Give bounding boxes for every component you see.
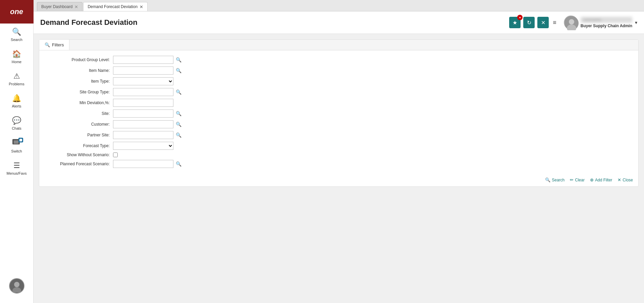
search-btn-item-name[interactable]: 🔍 — [175, 67, 182, 74]
user-dropdown-button[interactable]: ▾ — [635, 20, 637, 25]
close-button[interactable]: ✕ — [537, 17, 549, 28]
filter-row-forecast-type: Forecast Type: — [46, 142, 632, 150]
refresh-button[interactable]: ↻ — [523, 17, 535, 28]
input-site-group-type[interactable] — [113, 88, 173, 96]
menu-icon: ☰ — [13, 161, 20, 170]
page-header: Demand Forecast Deviation ★ ✦ ↻ ✕ ≡ — [34, 11, 644, 34]
chat-icon: 💬 — [12, 116, 21, 125]
search-btn-partner-site[interactable]: 🔍 — [175, 131, 182, 139]
tab-label-buyer-dashboard: Buyer Dashboard — [41, 4, 72, 9]
username-blurred: username — [581, 17, 632, 23]
home-icon: 🏠 — [12, 50, 21, 58]
clear-link-icon: ✏ — [570, 177, 574, 182]
label-item-name: Item Name: — [46, 68, 113, 73]
logo-text: one — [10, 7, 23, 16]
search-btn-planned-forecast-scenario[interactable]: 🔍 — [175, 160, 182, 168]
filter-row-product-group-level: Product Group Level: 🔍 — [46, 56, 632, 64]
sidebar-item-label-problems: Problems — [9, 82, 24, 86]
label-partner-site: Partner Site: — [46, 133, 113, 137]
select-item-type[interactable] — [113, 77, 173, 85]
user-role: Buyer Supply Chain Admin — [581, 24, 632, 28]
user-details: username Buyer Supply Chain Admin — [581, 17, 632, 28]
search-btn-site[interactable]: 🔍 — [175, 110, 182, 117]
tab-buyer-dashboard[interactable]: Buyer Dashboard ✕ — [37, 2, 83, 11]
sidebar-item-home[interactable]: 🏠 Home — [0, 46, 33, 68]
tab-bar: Buyer Dashboard ✕ Demand Forecast Deviat… — [34, 0, 644, 11]
search-btn-customer[interactable]: 🔍 — [175, 121, 182, 128]
page-title: Demand Forecast Deviation — [40, 18, 509, 27]
label-planned-forecast-scenario: Planned Forecast Scenario: — [46, 162, 113, 166]
sidebar-item-avatar[interactable] — [0, 274, 33, 298]
input-site[interactable] — [113, 110, 173, 118]
label-item-type: Item Type: — [46, 79, 113, 84]
search-icon: 🔍 — [12, 28, 21, 36]
input-planned-forecast-scenario[interactable] — [113, 160, 173, 168]
notification-star-icon: ✦ — [519, 16, 521, 19]
close-link[interactable]: ✕ Close — [618, 177, 633, 182]
clear-link[interactable]: ✏ Clear — [570, 177, 585, 182]
input-partner-site[interactable] — [113, 131, 173, 139]
tab-demand-forecast[interactable]: Demand Forecast Deviation ✕ — [83, 2, 148, 11]
close-link-label: Close — [623, 178, 633, 182]
input-item-name[interactable] — [113, 67, 173, 75]
sidebar-item-switch[interactable]: Switch — [0, 134, 33, 157]
sidebar-item-chats[interactable]: 💬 Chats — [0, 112, 33, 134]
filter-row-show-without-scenario: Show Without Scenario: — [46, 153, 632, 157]
sidebar-item-search[interactable]: 🔍 Search — [0, 24, 33, 46]
select-forecast-type[interactable] — [113, 142, 173, 150]
switch-badge — [18, 138, 23, 142]
user-avatar — [564, 15, 578, 30]
sidebar-item-label-switch: Switch — [11, 149, 22, 153]
sidebar-item-label-alerts: Alerts — [12, 104, 21, 108]
switch-icon — [12, 138, 21, 148]
search-btn-site-group-type[interactable]: 🔍 — [175, 88, 182, 96]
label-site-group-type: Site Group Type: — [46, 90, 113, 94]
sidebar-item-label-search: Search — [11, 38, 22, 42]
page-content: 🔍 Filters Product Group Level: 🔍 Item Na… — [34, 34, 644, 303]
sidebar-item-alerts[interactable]: 🔔 Alerts — [0, 90, 33, 112]
input-customer[interactable] — [113, 120, 173, 128]
close-link-icon: ✕ — [618, 177, 621, 182]
add-filter-link[interactable]: ⊕ Add Filter — [590, 177, 612, 182]
filter-row-site-group-type: Site Group Type: 🔍 — [46, 88, 632, 96]
checkbox-show-without-scenario[interactable] — [113, 153, 118, 157]
search-btn-product-group-level[interactable]: 🔍 — [175, 56, 182, 63]
label-forecast-type: Forecast Type: — [46, 143, 113, 148]
svg-rect-1 — [14, 140, 18, 144]
filters-tab-bar: 🔍 Filters — [39, 40, 638, 50]
label-min-deviation: Min Deviation,%: — [46, 100, 113, 105]
tab-close-buyer-dashboard[interactable]: ✕ — [74, 5, 78, 9]
main-content: Buyer Dashboard ✕ Demand Forecast Deviat… — [34, 0, 644, 303]
filter-row-item-name: Item Name: 🔍 — [46, 67, 632, 75]
input-min-deviation[interactable] — [113, 99, 173, 107]
label-customer: Customer: — [46, 122, 113, 127]
tab-label-demand-forecast: Demand Forecast Deviation — [88, 4, 138, 9]
warning-icon: ⚠ — [13, 72, 20, 81]
filters-footer: 🔍 Search ✏ Clear ⊕ Add Filter ✕ Close — [39, 175, 638, 186]
sidebar-item-menus[interactable]: ☰ Menus/Favs — [0, 157, 33, 179]
input-product-group-level[interactable] — [113, 56, 173, 64]
search-link-icon: 🔍 — [545, 177, 550, 182]
user-info: username Buyer Supply Chain Admin ▾ — [564, 15, 637, 30]
filters-tab-label: Filters — [52, 42, 64, 47]
notification-badge: ★ ✦ — [509, 17, 521, 28]
label-show-without-scenario: Show Without Scenario: — [46, 153, 113, 157]
filter-row-planned-forecast-scenario: Planned Forecast Scenario: 🔍 — [46, 160, 632, 168]
header-actions: ★ ✦ ↻ ✕ ≡ username Buyer Supply — [509, 15, 637, 30]
sidebar: one 🔍 Search 🏠 Home ⚠ Problems 🔔 Alerts … — [0, 0, 34, 303]
filter-row-partner-site: Partner Site: 🔍 — [46, 131, 632, 139]
filter-row-min-deviation: Min Deviation,%: — [46, 99, 632, 107]
app-logo[interactable]: one — [0, 0, 34, 24]
filter-row-item-type: Item Type: — [46, 77, 632, 85]
sidebar-item-label-home: Home — [12, 60, 21, 64]
sidebar-item-problems[interactable]: ⚠ Problems — [0, 68, 33, 90]
tab-close-demand-forecast[interactable]: ✕ — [140, 5, 143, 9]
filters-tab[interactable]: 🔍 Filters — [39, 40, 69, 50]
search-link[interactable]: 🔍 Search — [545, 177, 565, 182]
add-filter-icon: ⊕ — [590, 177, 594, 182]
label-site: Site: — [46, 111, 113, 116]
menu-button[interactable]: ≡ — [551, 18, 558, 28]
sidebar-item-label-chats: Chats — [12, 126, 21, 130]
user-avatar-small — [9, 278, 24, 294]
filter-row-customer: Customer: 🔍 — [46, 120, 632, 128]
